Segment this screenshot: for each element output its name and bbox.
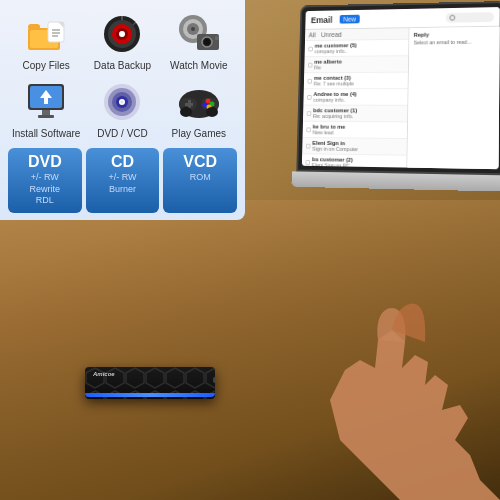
hand-overlay [200, 280, 500, 500]
email-checkbox[interactable] [308, 78, 313, 83]
email-checkbox[interactable] [308, 62, 313, 67]
search-icon [449, 14, 455, 20]
vcd-badge: VCD ROM [163, 148, 237, 213]
icon-item-install-software: Install Software [10, 80, 82, 140]
email-item[interactable]: ke bru to me New lead [303, 122, 408, 139]
icon-item-copy-files: Copy Files [10, 12, 82, 72]
email-subject: Eleni Sign on PC... [312, 162, 403, 168]
play-games-label: Play Games [172, 128, 226, 140]
svg-rect-1 [28, 24, 40, 30]
email-checkbox[interactable] [308, 46, 313, 51]
svg-point-18 [191, 27, 195, 31]
email-item-content: Eleni Sign in Sign in on Computer [312, 140, 403, 153]
email-subject: New lead [313, 129, 404, 136]
email-item-content: ke bru to me New lead [313, 124, 404, 136]
email-list: All Unread me customer (5) company info.… [302, 28, 410, 167]
dvd-badge: DVD +/- RWRewriteRDL [8, 148, 82, 213]
email-item-content: Andree to me (4) company info.. [313, 91, 404, 103]
email-item-content: me customer (5) company info.. [315, 42, 406, 55]
icon-item-dvd-vcd: DVD / VCD [86, 80, 158, 140]
email-preview-text: Select an email to read... [413, 39, 495, 48]
laptop-screen-outer: Email New All Unread [296, 1, 500, 175]
email-item[interactable]: bdc customer (1) Re: acquiring info. [303, 105, 408, 122]
dvd-badge-title: DVD [12, 154, 78, 170]
svg-point-21 [204, 39, 210, 45]
email-item-content: me contact (3) Re: 7 see multiple [314, 75, 405, 87]
email-subject: company info.. [313, 97, 404, 103]
email-item[interactable]: me contact (3) Re: 7 see multiple [304, 73, 409, 90]
dvd-badge-subtitle: +/- RWRewriteRDL [12, 172, 78, 207]
cd-badge: CD +/- RWBurner [86, 148, 160, 213]
email-item[interactable]: me alberto Re: [304, 56, 408, 73]
watch-movie-label: Watch Movie [170, 60, 227, 72]
badges-row: DVD +/- RWRewriteRDL CD +/- RWBurner VCD… [8, 148, 237, 213]
drive-accent-line [85, 393, 215, 397]
cd-badge-subtitle: +/- RWBurner [90, 172, 156, 195]
email-subject: Re: 7 see multiple [314, 80, 405, 86]
cd-badge-title: CD [90, 154, 156, 170]
email-item-content: me alberto Re: [314, 58, 405, 70]
email-checkbox[interactable] [307, 95, 312, 100]
email-item[interactable]: me customer (5) company info.. [305, 40, 409, 57]
dvd-vcd-label: DVD / VCD [97, 128, 148, 140]
email-content: All Unread me customer (5) company info.… [302, 27, 500, 169]
email-item[interactable]: ba customer (2) Eleni Sign on PC... [302, 154, 407, 167]
vcd-badge-title: VCD [167, 154, 233, 170]
icon-item-watch-movie: Watch Movie [163, 12, 235, 72]
data-backup-icon [100, 12, 144, 56]
all-tab[interactable]: All [309, 32, 316, 39]
icon-item-play-games: Play Games [163, 80, 235, 140]
external-drive: Amicoe [85, 367, 215, 405]
drive-body: Amicoe [85, 367, 215, 399]
laptop-screen-inner: Email New All Unread [302, 7, 500, 169]
usb-cable [213, 377, 215, 383]
email-subject: Re: [314, 64, 405, 70]
email-checkbox[interactable] [306, 143, 311, 148]
svg-rect-22 [215, 36, 219, 40]
dvd-vcd-icon [100, 80, 144, 124]
copy-files-icon [24, 12, 68, 56]
svg-rect-27 [38, 115, 54, 118]
vcd-badge-subtitle: ROM [167, 172, 233, 184]
email-search-bar[interactable] [446, 12, 494, 23]
email-subject: company info.. [315, 47, 405, 54]
install-software-label: Install Software [12, 128, 80, 140]
watch-movie-icon [177, 12, 221, 56]
data-backup-label: Data Backup [94, 60, 151, 72]
svg-point-39 [205, 99, 210, 104]
email-item[interactable]: Eleni Sign in Sign in on Computer [302, 138, 407, 156]
copy-files-label: Copy Files [23, 60, 70, 72]
email-item[interactable]: Andree to me (4) company info.. [303, 89, 408, 106]
icon-item-data-backup: Data Backup [86, 12, 158, 72]
info-panel: Copy Files Data Backup [0, 0, 245, 220]
email-app: Email New All Unread [302, 7, 500, 169]
svg-point-43 [180, 107, 192, 117]
main-container: Copy Files Data Backup [0, 0, 500, 500]
unread-tab[interactable]: Unread [321, 31, 342, 38]
drive-logo: Amicoe [93, 371, 115, 377]
email-item-content: ba customer (2) Eleni Sign on PC... [312, 156, 403, 167]
install-software-icon [24, 80, 68, 124]
bottom-icons-row: Install Software DVD / VCD [8, 80, 237, 140]
email-subject: Sign in on Computer [312, 146, 403, 153]
svg-point-12 [119, 31, 125, 37]
svg-rect-38 [188, 100, 191, 108]
top-icons-row: Copy Files Data Backup [8, 12, 237, 72]
svg-rect-26 [42, 110, 50, 115]
play-games-icon [177, 80, 221, 124]
email-checkbox[interactable] [305, 160, 310, 165]
email-app-title: Email [311, 15, 333, 25]
email-new-button[interactable]: New [340, 15, 360, 24]
email-checkbox[interactable] [307, 111, 312, 116]
email-checkbox[interactable] [306, 127, 311, 132]
svg-point-44 [206, 107, 218, 117]
laptop: Email New All Unread [296, 1, 500, 192]
svg-point-33 [121, 101, 124, 104]
email-item-content: bdc customer (1) Re: acquiring info. [313, 107, 404, 119]
email-preview-pane: Reply Select an email to read... [408, 27, 500, 169]
email-preview-header: Reply [414, 31, 496, 38]
email-subject: Re: acquiring info. [313, 113, 404, 119]
